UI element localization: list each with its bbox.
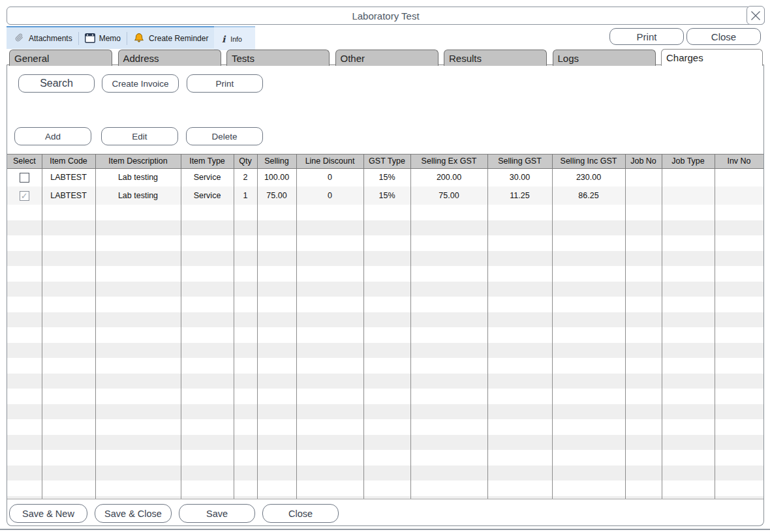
toolbar-info[interactable]: i Info bbox=[214, 26, 255, 50]
window-bottom-edge bbox=[0, 529, 770, 530]
table-cell bbox=[662, 186, 715, 205]
table-cell: 0 bbox=[296, 186, 363, 205]
save-and-new-button[interactable]: Save & New bbox=[9, 504, 87, 523]
tab-label: Other bbox=[341, 53, 365, 64]
toolbar-info-label: Info bbox=[230, 35, 242, 43]
table-cell: 15% bbox=[363, 168, 410, 186]
row-checkbox[interactable]: ✓ bbox=[20, 191, 29, 201]
empty-row bbox=[7, 312, 763, 328]
tab-label: Tests bbox=[232, 53, 254, 64]
save-and-close-button[interactable]: Save & Close bbox=[95, 504, 172, 523]
column-header[interactable]: Selling Inc GST bbox=[552, 155, 625, 168]
empty-row bbox=[7, 343, 763, 359]
close-button[interactable]: Close bbox=[262, 504, 339, 523]
table-cell: 30.00 bbox=[487, 168, 552, 186]
tab-tests[interactable]: Tests bbox=[226, 50, 330, 66]
empty-row bbox=[7, 205, 763, 220]
bell-icon bbox=[133, 33, 145, 44]
tab-charges[interactable]: Charges bbox=[661, 49, 763, 66]
column-header[interactable]: Selling bbox=[257, 155, 296, 168]
window-close-button[interactable] bbox=[747, 6, 765, 25]
table-cell: 11.25 bbox=[487, 186, 552, 205]
table-cell: Service bbox=[181, 186, 234, 205]
column-header[interactable]: Select bbox=[7, 155, 42, 168]
empty-row bbox=[7, 266, 763, 282]
empty-row bbox=[7, 220, 763, 236]
select-cell[interactable]: ✓ bbox=[7, 186, 42, 205]
empty-row bbox=[7, 480, 763, 496]
column-header[interactable]: GST Type bbox=[363, 155, 410, 168]
table-cell: 1 bbox=[234, 186, 257, 205]
info-icon: i bbox=[222, 34, 225, 44]
toolbar-create-reminder-label: Create Reminder bbox=[149, 34, 208, 43]
table-cell: LABTEST bbox=[42, 186, 95, 205]
toolbar-memo[interactable]: Memo bbox=[79, 27, 127, 49]
memo-icon bbox=[85, 33, 95, 43]
edit-button[interactable]: Edit bbox=[101, 127, 178, 145]
tab-other[interactable]: Other bbox=[335, 50, 439, 66]
column-header[interactable]: Item Type bbox=[181, 155, 234, 168]
tab-label: Results bbox=[449, 53, 482, 64]
table-cell: 86.25 bbox=[552, 186, 625, 205]
table-row[interactable]: LABTESTLab testingService2100.00015%200.… bbox=[7, 168, 763, 186]
table-cell: 230.00 bbox=[552, 168, 625, 186]
table-cell: 100.00 bbox=[257, 168, 296, 186]
empty-row bbox=[7, 435, 763, 451]
table-cell bbox=[662, 168, 715, 186]
tab-label: Charges bbox=[666, 52, 703, 63]
empty-row bbox=[7, 466, 763, 481]
create-invoice-button[interactable]: Create Invoice bbox=[102, 74, 179, 93]
print-button[interactable]: Print bbox=[187, 74, 263, 93]
table-cell: 75.00 bbox=[410, 186, 487, 205]
add-button[interactable]: Add bbox=[14, 127, 91, 145]
column-header[interactable]: Job No bbox=[625, 155, 662, 168]
column-header[interactable]: Selling Ex GST bbox=[410, 155, 487, 168]
search-button[interactable]: Search bbox=[18, 74, 95, 93]
table-cell bbox=[715, 168, 763, 186]
tab-label: General bbox=[14, 53, 49, 64]
print-button-top[interactable]: Print bbox=[609, 28, 684, 45]
toolbar-create-reminder[interactable]: Create Reminder bbox=[127, 27, 214, 49]
table-row[interactable]: ✓LABTESTLab testingService175.00015%75.0… bbox=[7, 186, 763, 205]
close-icon bbox=[750, 10, 762, 22]
column-header[interactable]: Item Description bbox=[95, 155, 181, 168]
close-button-top[interactable]: Close bbox=[686, 28, 761, 45]
table-cell: Service bbox=[181, 168, 234, 186]
tab-results[interactable]: Results bbox=[444, 50, 547, 66]
empty-row bbox=[7, 419, 763, 435]
column-header[interactable]: Qty bbox=[234, 155, 257, 168]
empty-row bbox=[7, 282, 763, 297]
tab-label: Logs bbox=[558, 53, 579, 64]
table-cell: 75.00 bbox=[257, 186, 296, 205]
column-header[interactable]: Item Code bbox=[42, 155, 95, 168]
empty-row bbox=[7, 251, 763, 267]
table-cell: 2 bbox=[234, 168, 257, 186]
tab-logs[interactable]: Logs bbox=[553, 50, 656, 66]
charges-panel: Search Create Invoice Print Add Edit Del… bbox=[7, 65, 764, 526]
toolbar-attachments[interactable]: Attachments bbox=[7, 27, 78, 49]
table-cell: 200.00 bbox=[410, 168, 487, 186]
row-checkbox[interactable] bbox=[20, 173, 29, 183]
table-cell bbox=[625, 186, 662, 205]
column-header[interactable]: Line Discount bbox=[296, 155, 363, 168]
select-cell[interactable] bbox=[7, 168, 42, 186]
empty-row bbox=[7, 496, 763, 500]
charges-table: SelectItem CodeItem DescriptionItem Type… bbox=[7, 154, 763, 499]
save-button[interactable]: Save bbox=[179, 504, 255, 523]
table-cell: 0 bbox=[296, 168, 363, 186]
column-header[interactable]: Selling GST bbox=[487, 155, 552, 168]
table-cell bbox=[715, 186, 763, 205]
column-header[interactable]: Inv No bbox=[715, 155, 763, 168]
window-title-bar: Laboratory Test bbox=[7, 7, 765, 25]
empty-row bbox=[7, 450, 763, 466]
tab-general[interactable]: General bbox=[9, 50, 112, 66]
table-cell bbox=[625, 168, 662, 186]
table-header-row: SelectItem CodeItem DescriptionItem Type… bbox=[7, 155, 763, 168]
delete-button[interactable]: Delete bbox=[186, 127, 263, 145]
paperclip-icon bbox=[14, 33, 25, 44]
column-header[interactable]: Job Type bbox=[662, 155, 715, 168]
empty-row bbox=[7, 404, 763, 420]
tab-address[interactable]: Address bbox=[118, 50, 221, 66]
table-cell: LABTEST bbox=[42, 168, 95, 186]
empty-row bbox=[7, 235, 763, 251]
